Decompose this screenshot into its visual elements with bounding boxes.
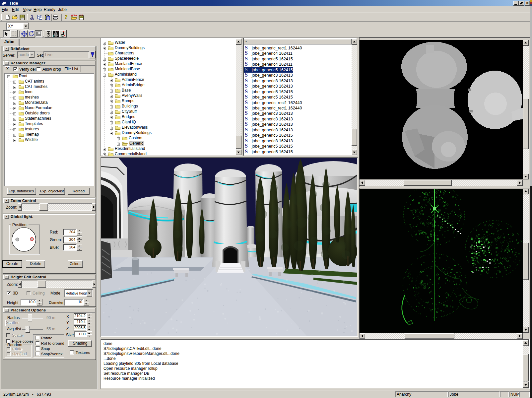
svg-text:?: ? [65,14,68,20]
